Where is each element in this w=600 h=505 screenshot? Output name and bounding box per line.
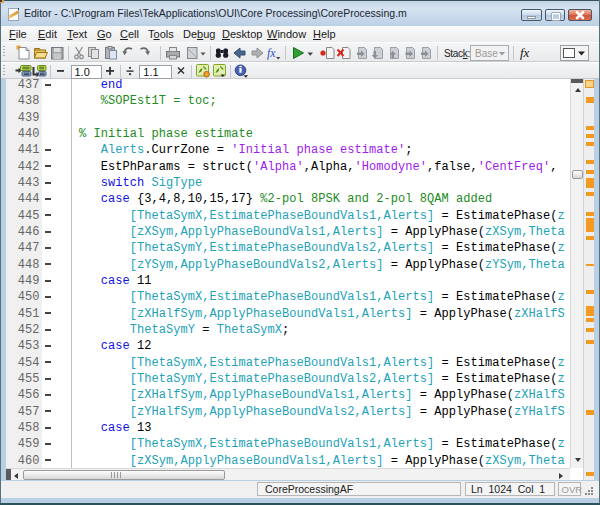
svg-text:fx: fx: [267, 46, 276, 60]
svg-text:fx: fx: [520, 45, 530, 60]
